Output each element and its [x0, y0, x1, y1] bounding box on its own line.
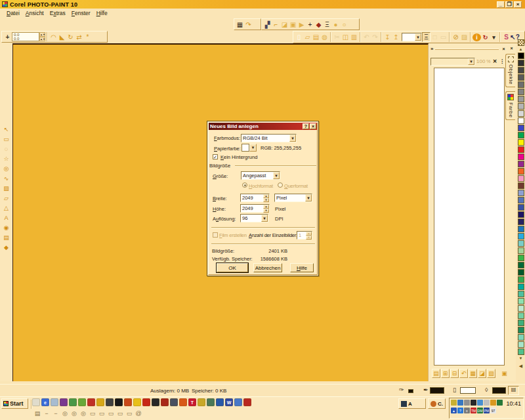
minimize-button[interactable]: _ — [497, 1, 505, 8]
quick-launch-icon[interactable]: W — [225, 398, 233, 406]
obj-clip-icon[interactable]: ◪ — [478, 369, 486, 378]
zoom-combobox[interactable]: ▼ — [402, 33, 422, 41]
coordinates-box[interactable]: 0.0 0.0 — [12, 32, 39, 41]
obj-undo-icon[interactable]: ↶ — [459, 369, 468, 378]
info-icon[interactable]: i — [472, 33, 481, 41]
obj-new-icon[interactable]: ▤ — [432, 369, 440, 378]
palette-swatch[interactable] — [518, 161, 524, 167]
quick-launch-icon[interactable] — [60, 398, 68, 406]
quick-launch-icon[interactable]: − — [52, 410, 60, 417]
task-button-1[interactable]: A — [398, 398, 426, 409]
zoom-tool-icon[interactable]: ◎ — [2, 165, 10, 172]
obj-combine-icon[interactable]: ⊟ — [450, 369, 459, 378]
quick-launch-icon[interactable]: @ — [135, 410, 142, 417]
paper-color-well[interactable] — [242, 144, 249, 152]
caret-down-icon[interactable]: ▾ — [490, 33, 498, 41]
palette-swatch[interactable] — [518, 197, 524, 203]
palette-swatch[interactable] — [518, 89, 524, 95]
paint-mini-swatch[interactable] — [408, 389, 413, 393]
palette-swatch[interactable] — [518, 103, 524, 110]
tray-icon[interactable]: 97 — [490, 408, 496, 413]
obj-dup-icon[interactable]: ⊞ — [441, 369, 450, 378]
palette-swatch[interactable] — [518, 96, 524, 102]
import-icon[interactable]: ↧ — [383, 32, 392, 42]
palette-picker-icon[interactable] — [518, 39, 524, 46]
quick-launch-icon[interactable] — [234, 398, 242, 406]
palette-swatch[interactable] — [518, 132, 524, 138]
hoehe-spinner[interactable]: 2049 ▲▼ — [240, 204, 270, 213]
palette-swatch[interactable] — [518, 117, 524, 124]
spin-down-icon[interactable]: ▼ — [306, 236, 312, 240]
palette-swatch[interactable] — [518, 125, 524, 131]
cursor-mode-box[interactable]: ▤ — [508, 386, 519, 395]
paint-icon[interactable]: ◆ — [314, 20, 323, 30]
palette-swatch[interactable] — [518, 327, 524, 333]
palette-swatch[interactable] — [518, 291, 524, 297]
docker-expand-icon[interactable]: » — [430, 46, 433, 52]
start-button[interactable]: Start — [1, 398, 28, 409]
cut-icon[interactable]: ✂ — [333, 32, 341, 42]
quick-launch-icon[interactable] — [207, 398, 215, 406]
palette-swatch[interactable] — [518, 341, 524, 348]
quick-launch-icon[interactable] — [198, 398, 205, 406]
docker-close-icon[interactable]: × — [501, 46, 507, 52]
quick-launch-icon[interactable] — [179, 398, 187, 406]
fill-color-swatch[interactable] — [492, 387, 506, 394]
tab-objekte[interactable]: Objekte — [505, 54, 515, 87]
tray-icon[interactable] — [464, 400, 470, 406]
palette-swatch[interactable] — [518, 67, 524, 74]
rect-dim-icon[interactable]: □ — [430, 32, 439, 42]
obj-mask-icon[interactable]: ▦ — [469, 369, 477, 378]
docker-option-b-icon[interactable]: ⋮ — [499, 58, 505, 64]
quick-launch-icon[interactable]: T — [188, 398, 196, 406]
quick-launch-icon[interactable]: − — [43, 410, 51, 417]
docker-option-a-icon[interactable]: ✕ — [492, 58, 498, 64]
quick-launch-icon[interactable] — [161, 398, 169, 406]
tray-icon[interactable]: DM — [477, 408, 483, 413]
quick-launch-icon[interactable] — [142, 398, 150, 406]
quick-launch-icon[interactable]: ◎ — [79, 410, 87, 417]
eyedropper-tool-icon[interactable]: ◆ — [2, 243, 10, 251]
quick-launch-icon[interactable]: ▭ — [107, 410, 115, 417]
menu-item[interactable]: Datei — [7, 10, 20, 16]
tray-icon[interactable] — [477, 400, 483, 406]
close-button[interactable]: × — [514, 1, 522, 8]
mask-icon[interactable]: ◪ — [280, 20, 289, 30]
rect-shape-tool-icon[interactable]: ▱ — [2, 194, 10, 201]
menu-item[interactable]: Fenster — [72, 10, 91, 16]
quick-launch-icon[interactable] — [216, 398, 224, 406]
quick-launch-icon[interactable] — [96, 398, 104, 406]
palette-scroll-up-icon[interactable]: ▲ — [519, 47, 523, 52]
hochformat-radio[interactable] — [242, 182, 247, 188]
palette-collapse-icon[interactable]: ◀ — [519, 364, 522, 368]
palette-swatch[interactable] — [518, 190, 524, 196]
open-icon[interactable]: ▱ — [303, 32, 312, 42]
film-checkbox[interactable] — [213, 232, 218, 238]
quick-launch-icon[interactable]: ◎ — [70, 410, 78, 417]
objects-list[interactable] — [434, 68, 505, 366]
quick-launch-icon[interactable] — [124, 398, 132, 406]
checker-icon[interactable]: ▨ — [460, 32, 469, 42]
quick-launch-icon[interactable] — [87, 398, 95, 406]
quick-launch-icon[interactable] — [115, 398, 123, 406]
eraser-tool-icon[interactable]: ∿ — [2, 175, 10, 182]
quick-launch-icon[interactable] — [152, 398, 159, 406]
palette-swatch[interactable] — [518, 255, 524, 261]
star-icon[interactable]: * — [83, 32, 92, 42]
save-icon[interactable]: ▤ — [312, 32, 320, 42]
redo-icon[interactable]: ↷ — [371, 32, 379, 42]
palette-swatch[interactable] — [518, 168, 524, 175]
tray-icon[interactable] — [484, 400, 490, 406]
quick-launch-icon[interactable] — [51, 398, 58, 406]
tray-icon[interactable]: PM — [484, 408, 490, 413]
magic-wand-tool-icon[interactable]: ☆ — [2, 155, 10, 162]
text-tool-icon[interactable]: A — [2, 214, 10, 221]
app-icon[interactable] — [2, 1, 8, 7]
quick-launch-icon[interactable] — [243, 398, 251, 406]
circle-a-icon[interactable]: ● — [331, 20, 340, 30]
arc-icon[interactable]: ◠ — [49, 32, 58, 42]
palette-swatch[interactable] — [518, 154, 524, 160]
position-icon[interactable]: + — [3, 32, 12, 42]
rotate-icon[interactable]: ↷ — [244, 20, 253, 30]
new-icon[interactable]: ▯ — [295, 32, 303, 42]
